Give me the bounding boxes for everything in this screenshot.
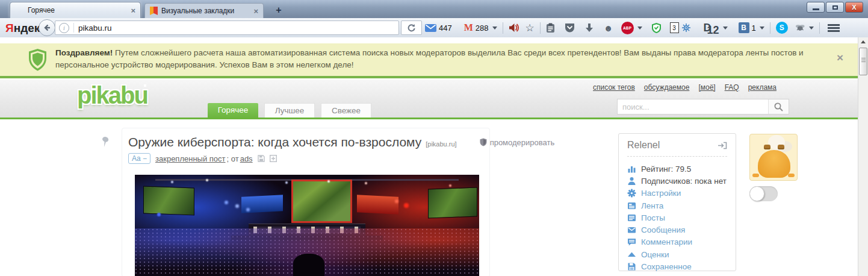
moderation-banner: Поздравляем! Путем сложнейшего расчета н… <box>0 43 858 78</box>
scrollbar-thumb[interactable] <box>859 48 867 75</box>
profile-feed[interactable]: Лента <box>627 199 727 212</box>
scrollbar-up-button[interactable] <box>858 37 868 46</box>
avatar-muffin-body <box>758 150 790 178</box>
arena-red-panel <box>357 195 398 214</box>
idm-icon: D <box>704 22 711 33</box>
restore-button[interactable] <box>826 2 844 13</box>
font-size-button[interactable]: Aa − <box>128 153 150 164</box>
profile-subscribers: Подписчиков: пока нет <box>627 175 727 187</box>
post-image[interactable] <box>135 175 479 276</box>
tab-close-icon[interactable]: × <box>253 7 258 15</box>
speaker-icon <box>509 23 519 33</box>
adblock-button[interactable]: ABP <box>621 22 642 34</box>
comments-label[interactable]: Комментарии <box>641 237 692 246</box>
post-title[interactable]: Оружие киберспорта: когда хочется по-взр… <box>128 135 421 149</box>
settings-label[interactable]: Настройки <box>641 189 681 198</box>
profile-panel: Relenel Рейтинг: 79.5 Подписчиков: пока … <box>618 133 736 271</box>
expand-plus-icon[interactable] <box>270 155 277 162</box>
new-tab-button[interactable]: + <box>270 4 288 16</box>
link-faq[interactable]: FAQ <box>725 83 739 92</box>
divider <box>627 156 727 157</box>
vk-button[interactable]: B 1 <box>739 22 764 33</box>
chevron-down-icon[interactable] <box>723 27 728 30</box>
mail-icon <box>425 24 436 32</box>
url-text[interactable]: pikabu.ru <box>78 24 112 33</box>
subscribers-label: Подписчиков: пока нет <box>641 177 727 186</box>
rating-bars-icon <box>627 165 636 174</box>
pikabu-logo[interactable]: pikabu <box>77 82 145 109</box>
link-ads[interactable]: реклама <box>748 83 777 92</box>
profile-posts[interactable]: Посты <box>627 212 727 224</box>
extension-count-badge: 3 <box>670 22 679 33</box>
saved-label[interactable]: Сохраненное <box>641 262 692 271</box>
clipboard-button[interactable] <box>546 23 555 33</box>
tab-hot-feed[interactable]: Горячее <box>208 103 258 118</box>
messages-label[interactable]: Сообщения <box>641 225 685 234</box>
profile-comments[interactable]: Комментарии <box>627 236 727 248</box>
from-label: ; от <box>227 154 239 163</box>
link-discussed[interactable]: обсуждаемое <box>644 83 690 92</box>
posts-label[interactable]: Посты <box>641 213 665 222</box>
tab-close-icon[interactable]: × <box>131 7 135 14</box>
theme-toggle[interactable] <box>749 186 778 201</box>
gmail-button[interactable]: M 288 <box>464 22 497 33</box>
save-post-icon[interactable] <box>258 155 265 162</box>
chevron-down-icon[interactable] <box>492 27 497 30</box>
star-icon: ☆ <box>525 23 535 33</box>
profile-messages[interactable]: Сообщения <box>627 224 727 236</box>
site-info-icon[interactable]: i <box>59 23 69 33</box>
minimize-button[interactable] <box>807 2 825 13</box>
moderate-link[interactable]: промодерировать <box>480 138 555 147</box>
back-arrow-icon <box>42 23 52 33</box>
mail-button[interactable]: 447 <box>425 24 452 33</box>
chevron-down-icon[interactable] <box>760 27 764 30</box>
posts-icon <box>627 213 636 222</box>
site-header: pikabu список тегов обсуждаемое [моё] FA… <box>0 80 858 119</box>
tab-visual-bookmarks[interactable]: Визуальные закладки × <box>144 3 264 18</box>
gmail-count: 288 <box>476 24 489 33</box>
fly-extension-button[interactable] <box>795 24 814 32</box>
search-button[interactable] <box>768 99 789 114</box>
green-shield-icon <box>651 22 662 34</box>
lastpass-button[interactable]: 3 <box>670 22 691 33</box>
back-button[interactable] <box>39 19 55 36</box>
link-tag-list[interactable]: список тегов <box>593 83 635 92</box>
bookmark-star-button[interactable]: ☆ <box>525 23 535 33</box>
username[interactable]: Relenel <box>627 140 660 151</box>
volume-button[interactable] <box>509 23 519 33</box>
feed-label[interactable]: Лента <box>641 201 663 210</box>
skype-button[interactable]: S <box>776 22 788 34</box>
gear-icon <box>627 189 636 198</box>
divider <box>503 22 503 34</box>
logout-icon[interactable] <box>718 142 727 149</box>
profile-settings[interactable]: Настройки <box>627 187 727 199</box>
profile-votes[interactable]: Оценки <box>627 248 727 260</box>
votes-label[interactable]: Оценки <box>641 250 669 259</box>
chevron-down-icon[interactable] <box>637 27 642 30</box>
link-mine[interactable]: [моё] <box>698 83 715 92</box>
pinned-post-link[interactable]: закрепленный пост <box>155 154 226 163</box>
person-icon <box>627 177 636 186</box>
tab-new-feed[interactable]: Свежее <box>321 103 371 118</box>
user-avatar[interactable] <box>749 134 798 181</box>
idm-button[interactable]: D 12 <box>704 20 728 36</box>
reload-button[interactable] <box>401 20 422 35</box>
author-link[interactable]: ads <box>240 154 253 163</box>
close-button[interactable]: X <box>845 2 863 13</box>
chevron-down-icon[interactable] <box>809 27 814 30</box>
page-scrollbar[interactable] <box>858 37 868 276</box>
tab-best-feed[interactable]: Лучшее <box>264 103 315 118</box>
search-input[interactable] <box>618 99 768 114</box>
profile-saved[interactable]: Сохраненное <box>627 260 727 272</box>
downloads-button[interactable] <box>585 23 594 33</box>
zenmate-button[interactable] <box>651 22 662 34</box>
tab-hot[interactable]: Горячее × <box>10 2 141 18</box>
feedback-button[interactable]: ☻ <box>604 24 613 33</box>
profile-rating: Рейтинг: 79.5 <box>627 163 727 175</box>
toggle-knob[interactable] <box>749 186 764 201</box>
banner-close-icon[interactable]: × <box>837 52 843 63</box>
arena-silhouette <box>293 254 324 276</box>
address-bar[interactable]: i pikabu.ru <box>55 20 399 35</box>
moderate-shield-icon <box>480 138 487 146</box>
pocket-button[interactable] <box>565 23 575 33</box>
